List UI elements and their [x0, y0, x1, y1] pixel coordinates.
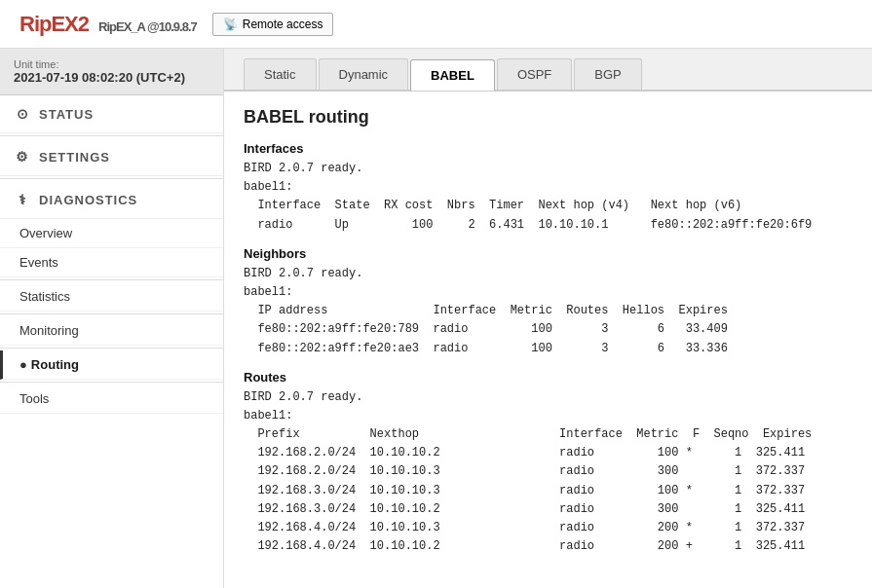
divider [0, 382, 223, 383]
sidebar-item-monitoring[interactable]: Monitoring [0, 316, 223, 346]
sidebar-item-overview[interactable]: Overview [0, 219, 223, 248]
neighbors-content: BIRD 2.0.7 ready. babel1: IP address Int… [244, 265, 853, 358]
sidebar-item-events[interactable]: Events [0, 248, 223, 277]
diagnostics-icon: ⚕ [14, 191, 31, 208]
tab-dynamic[interactable]: Dynamic [319, 58, 409, 90]
sidebar-item-status[interactable]: ⊙ STATUS [0, 95, 223, 133]
active-bullet-icon: ● [19, 357, 27, 372]
sidebar: Unit time: 2021-07-19 08:02:20 (UTC+2) ⊙… [0, 49, 224, 588]
divider [0, 313, 223, 314]
settings-icon: ⚙ [14, 148, 31, 165]
tab-static[interactable]: Static [244, 58, 317, 90]
routes-content: BIRD 2.0.7 ready. babel1: Prefix Nexthop… [244, 388, 853, 557]
neighbors-section-title: Neighbors [244, 246, 853, 261]
interfaces-content: BIRD 2.0.7 ready. babel1: Interface Stat… [244, 160, 853, 235]
tab-bgp[interactable]: BGP [574, 58, 641, 90]
sidebar-item-statistics[interactable]: Statistics [0, 282, 223, 312]
tab-ospf[interactable]: OSPF [497, 58, 572, 90]
content-area: BABEL routing Interfaces BIRD 2.0.7 read… [224, 91, 872, 588]
divider [0, 279, 223, 280]
interfaces-section-title: Interfaces [244, 141, 853, 156]
divider [0, 178, 223, 179]
divider [0, 135, 223, 136]
status-icon: ⊙ [14, 105, 31, 123]
tab-babel[interactable]: BABEL [410, 59, 495, 91]
nav-section: ⊙ STATUS ⚙ SETTINGS ⚕ DIAGNOSTICS Overvi… [0, 95, 223, 414]
unit-time: Unit time: 2021-07-19 08:02:20 (UTC+2) [0, 49, 223, 95]
sidebar-item-tools[interactable]: Tools [0, 385, 223, 414]
layout: Unit time: 2021-07-19 08:02:20 (UTC+2) ⊙… [0, 49, 872, 588]
tabs: Static Dynamic BABEL OSPF BGP [224, 49, 872, 91]
sidebar-item-label: STATUS [39, 107, 94, 122]
sidebar-item-routing[interactable]: ●Routing [0, 350, 223, 380]
unit-time-value: 2021-07-19 08:02:20 (UTC+2) [14, 70, 209, 85]
signal-icon: 📡 [223, 18, 238, 31]
sidebar-item-diagnostics[interactable]: ⚕ DIAGNOSTICS [0, 181, 223, 219]
sidebar-item-label: SETTINGS [39, 150, 110, 165]
header: RipEX2RipEX_A @10.9.8.7 📡 Remote access [0, 0, 872, 49]
sidebar-item-settings[interactable]: ⚙ SETTINGS [0, 138, 223, 176]
divider [0, 348, 223, 349]
unit-time-label: Unit time: [14, 58, 209, 70]
sidebar-item-label: DIAGNOSTICS [39, 193, 137, 207]
routes-section-title: Routes [244, 370, 853, 385]
main-area: Static Dynamic BABEL OSPF BGP BABEL rout… [224, 49, 872, 588]
remote-access-button[interactable]: 📡 Remote access [212, 13, 334, 36]
page-title: BABEL routing [244, 107, 853, 128]
logo: RipEX2RipEX_A @10.9.8.7 [12, 12, 197, 37]
